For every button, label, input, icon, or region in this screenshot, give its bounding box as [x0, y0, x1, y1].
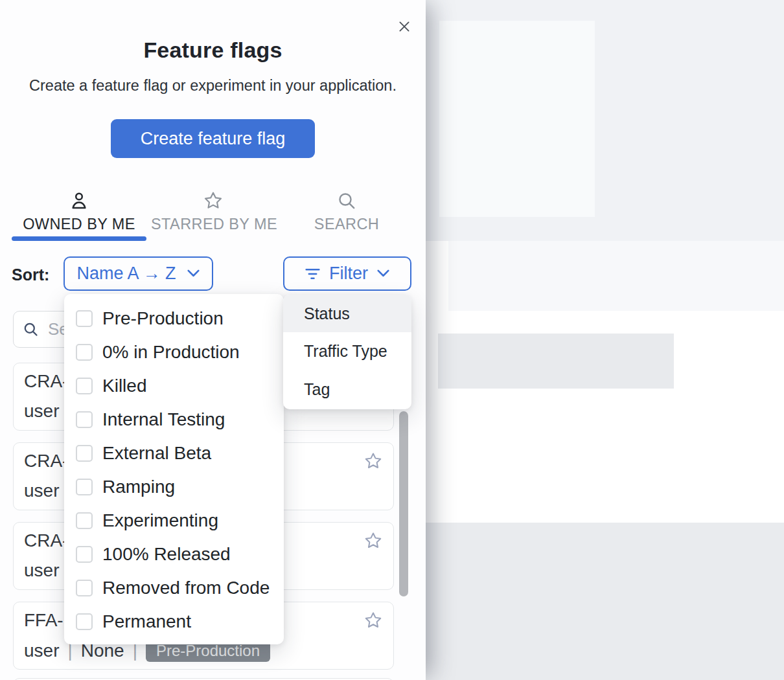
status-option-label: Internal Testing: [102, 409, 225, 430]
status-filter-option[interactable]: Ramping: [64, 470, 284, 504]
feature-flags-modal: Feature flags Create a feature flag or e…: [0, 0, 426, 680]
flag-meta: user: [24, 401, 59, 422]
background-bottom-block: [426, 523, 784, 680]
tab-label: OWNED BY ME: [12, 216, 146, 233]
status-option-label: External Beta: [102, 443, 211, 464]
status-option-label: 0% in Production: [102, 342, 240, 363]
status-option-label: Pre-Production: [102, 308, 224, 329]
checkbox-unchecked[interactable]: [76, 344, 93, 361]
status-option-label: Experimenting: [102, 510, 218, 531]
screen: Feature flags Create a feature flag or e…: [0, 0, 784, 680]
traffic-type-text: user: [24, 640, 59, 661]
search-icon: [22, 321, 40, 338]
sort-label: Sort:: [12, 266, 49, 284]
status-option-label: Permanent: [102, 611, 191, 632]
traffic-type-text: user: [24, 401, 59, 422]
status-filter-option[interactable]: Experimenting: [64, 504, 284, 538]
scrollbar-thumb[interactable]: [399, 411, 408, 596]
star-icon: [151, 190, 275, 212]
modal-title: Feature flags: [0, 38, 426, 63]
flag-name: CRA-: [24, 451, 68, 471]
tab-label: STARRED BY ME: [151, 216, 275, 233]
checkbox-unchecked[interactable]: [76, 613, 93, 630]
checkbox-unchecked[interactable]: [76, 445, 93, 462]
status-filter-option[interactable]: 0% in Production: [64, 335, 284, 369]
flag-meta: user: [24, 481, 59, 501]
close-button[interactable]: [392, 15, 417, 40]
status-filter-option[interactable]: Internal Testing: [64, 403, 284, 436]
tab-starred-by-me[interactable]: STARRED BY ME: [151, 190, 275, 233]
checkbox-unchecked[interactable]: [76, 411, 93, 428]
filter-value: Filter: [329, 264, 368, 284]
background-light-block: [439, 21, 595, 217]
traffic-type-text: user: [24, 481, 59, 501]
status-filter-option[interactable]: Removed from Code: [64, 571, 284, 605]
filter-menu-item[interactable]: Traffic Type: [283, 332, 411, 370]
star-icon[interactable]: [363, 531, 383, 550]
active-tab-underline: [12, 236, 146, 241]
flag-name: CRA-: [24, 530, 68, 551]
sort-dropdown[interactable]: Name A → Z: [63, 256, 213, 291]
tab-search[interactable]: SEARCH: [299, 190, 394, 233]
status-option-label: Removed from Code: [102, 578, 270, 598]
create-feature-flag-button[interactable]: Create feature flag: [111, 119, 315, 158]
checkbox-unchecked[interactable]: [76, 378, 93, 394]
background-band-block: [448, 241, 784, 311]
star-icon[interactable]: [363, 451, 383, 471]
filter-icon: [305, 267, 321, 281]
traffic-type-text: user: [24, 560, 59, 581]
checkbox-unchecked[interactable]: [76, 580, 93, 596]
search-icon: [299, 190, 394, 212]
checkbox-unchecked[interactable]: [76, 512, 93, 529]
filter-menu-item[interactable]: Tag: [283, 370, 411, 409]
checkbox-unchecked[interactable]: [76, 310, 93, 327]
filter-menu-item[interactable]: Status: [283, 295, 411, 332]
checkbox-unchecked[interactable]: [76, 546, 93, 563]
close-icon: [397, 19, 411, 36]
status-option-label: Killed: [102, 376, 146, 396]
star-icon[interactable]: [363, 611, 383, 630]
sort-value: Name A → Z: [76, 264, 176, 284]
person-icon: [12, 190, 146, 212]
filter-category-menu: StatusTraffic TypeTag: [283, 295, 411, 409]
checkbox-unchecked[interactable]: [76, 479, 93, 495]
modal-subtitle: Create a feature flag or experiment in y…: [0, 77, 426, 95]
chevron-down-icon: [376, 269, 390, 278]
chevron-down-icon: [187, 269, 200, 278]
flag-meta: user: [24, 560, 59, 581]
status-filter-option[interactable]: External Beta: [64, 436, 284, 470]
tab-owned-by-me[interactable]: OWNED BY ME: [12, 190, 146, 233]
background-mid-block: [438, 334, 674, 389]
status-filter-menu: Pre-Production0% in ProductionKilledInte…: [64, 294, 284, 644]
tab-label: SEARCH: [299, 216, 394, 233]
filter-dropdown[interactable]: Filter: [283, 256, 411, 291]
flag-name: FFA-: [24, 610, 63, 631]
status-filter-option[interactable]: Pre-Production: [64, 302, 284, 335]
flag-name: CRA-: [24, 371, 68, 392]
status-option-label: Ramping: [102, 477, 175, 497]
status-filter-option[interactable]: 100% Released: [64, 538, 284, 571]
status-filter-option[interactable]: Permanent: [64, 605, 284, 639]
status-option-label: 100% Released: [102, 544, 231, 565]
status-filter-option[interactable]: Killed: [64, 369, 284, 403]
